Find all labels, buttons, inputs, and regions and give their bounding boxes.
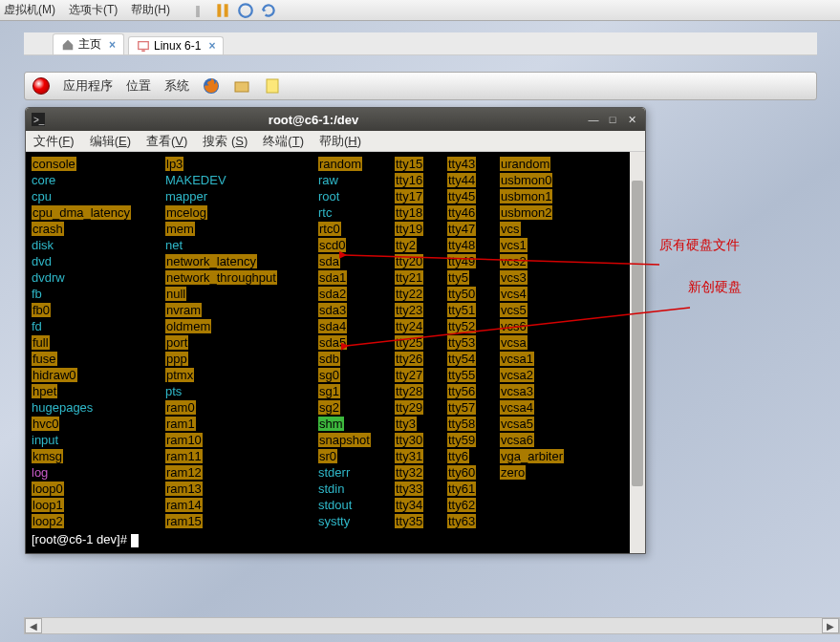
dev-entry: console [32,156,165,172]
dev-entry: ptmx [165,367,318,383]
dev-entry [500,513,605,529]
dev-entry: loop2 [32,513,165,529]
dev-entry: vcsa6 [500,432,605,448]
tab-home[interactable]: 主页 × [53,33,124,54]
horizontal-scrollbar[interactable]: ◀ ▶ [24,617,840,634]
close-button[interactable]: ✕ [624,112,639,127]
dev-entry: ram1 [165,416,318,432]
dev-entry: zero [500,464,605,481]
dev-entry: tty20 [395,253,447,269]
menu-tabs[interactable]: 选项卡(T) [69,2,118,18]
dev-entry: ram15 [165,513,318,529]
dev-entry: dvd [32,253,165,269]
terminal-body[interactable]: consolelp3randomtty15tty43urandomcoreMAK… [26,152,645,553]
dev-entry: fuse [32,351,165,367]
panel-applications[interactable]: 应用程序 [63,77,113,95]
svg-rect-7 [267,79,278,93]
firefox-icon[interactable] [203,77,220,95]
dev-entry: tty45 [447,188,500,204]
dev-entry: sda5 [318,334,395,351]
dev-entry: network_throughput [165,269,318,286]
notes-icon[interactable] [264,77,281,95]
maximize-button[interactable]: □ [605,112,620,127]
dev-entry: root [318,188,395,204]
tab-bar: 主页 × Linux 6-1 × [24,32,817,55]
revert-icon[interactable] [260,2,277,19]
dev-entry: hvc0 [32,416,165,432]
dev-entry: tty54 [447,351,500,367]
panel-places[interactable]: 位置 [126,77,151,95]
dev-entry: sdb [318,351,395,367]
dev-entry: tty3 [395,416,447,432]
pause-icon[interactable] [214,2,231,19]
term-menu-f[interactable]: 文件(F) [33,133,75,150]
files-icon[interactable] [233,77,250,95]
dev-entry: tty57 [447,399,500,416]
scroll-right-button[interactable]: ▶ [822,618,839,633]
terminal-scrollbar[interactable] [630,152,645,553]
scroll-left-button[interactable]: ◀ [25,618,42,633]
redhat-icon[interactable] [32,77,50,95]
dev-entry [500,481,605,497]
terminal-icon: >_ [32,113,45,126]
dev-entry: stdin [318,481,395,497]
dev-entry: tty5 [447,269,500,286]
dev-entry: port [165,334,318,351]
scrollbar-thumb[interactable] [632,181,643,486]
dev-entry: mcelog [165,204,318,221]
dev-entry: sda1 [318,269,395,286]
dev-entry: vcs1 [500,237,605,253]
dev-entry: tty34 [395,497,447,513]
dev-entry: vcsa2 [500,367,605,383]
dev-entry: stdout [318,497,395,513]
dev-entry: usbmon0 [500,172,605,188]
dev-entry: ram11 [165,448,318,464]
dev-entry: tty33 [395,481,447,497]
term-menu-e[interactable]: 编辑(E) [90,133,131,150]
dev-entry: tty16 [395,172,447,188]
svg-text:>_: >_ [33,115,45,125]
dev-entry: tty25 [395,334,447,351]
dev-entry: log [32,464,165,481]
dev-entry: tty61 [447,481,500,497]
dev-entry: usbmon2 [500,204,605,221]
dev-entry: urandom [500,156,605,172]
dev-entry: tty28 [395,383,447,399]
dev-listing: consolelp3randomtty15tty43urandomcoreMAK… [32,156,639,529]
close-icon[interactable]: × [109,38,116,52]
vm-icon [137,39,150,53]
terminal-menubar: 文件(F)编辑(E)查看(V)搜索 (S)终端(T)帮助(H) [26,131,645,152]
menu-help[interactable]: 帮助(H) [131,2,170,18]
dev-entry: vcs2 [500,253,605,269]
dev-entry: tty48 [447,237,500,253]
desktop-area: 主页 × Linux 6-1 × 应用程序 位置 系统 >_ root@c6-1… [0,21,840,642]
dev-entry: kmsg [32,448,165,464]
close-icon[interactable]: × [208,39,215,53]
term-menu-v[interactable]: 查看(V) [146,133,187,150]
dev-entry [500,497,605,513]
tab-vm[interactable]: Linux 6-1 × [128,36,224,54]
term-menu-s[interactable]: 搜索 (S) [203,133,248,150]
dev-entry: ram0 [165,399,318,416]
term-menu-h[interactable]: 帮助(H) [319,133,361,150]
dev-entry: fd [32,318,165,334]
dev-entry: mapper [165,188,318,204]
snapshot-icon[interactable] [237,2,254,19]
minimize-button[interactable]: — [586,112,601,127]
dev-entry: tty21 [395,269,447,286]
dev-entry: ram13 [165,481,318,497]
terminal-titlebar[interactable]: >_ root@c6-1:/dev — □ ✕ [26,108,645,131]
annotation-2: 新创硬盘 [688,279,742,296]
dev-entry: tty19 [395,221,447,237]
dev-entry: net [165,237,318,253]
dev-entry: ram14 [165,497,318,513]
dev-entry: hpet [32,383,165,399]
dev-entry: cpu [32,188,165,204]
dev-entry: null [165,286,318,302]
dev-entry: mem [165,221,318,237]
panel-system[interactable]: 系统 [164,77,189,95]
dev-entry: ppp [165,351,318,367]
term-menu-t[interactable]: 终端(T) [263,133,304,150]
menu-vm[interactable]: 虚拟机(M) [4,2,55,18]
dev-entry: dvdrw [32,269,165,286]
